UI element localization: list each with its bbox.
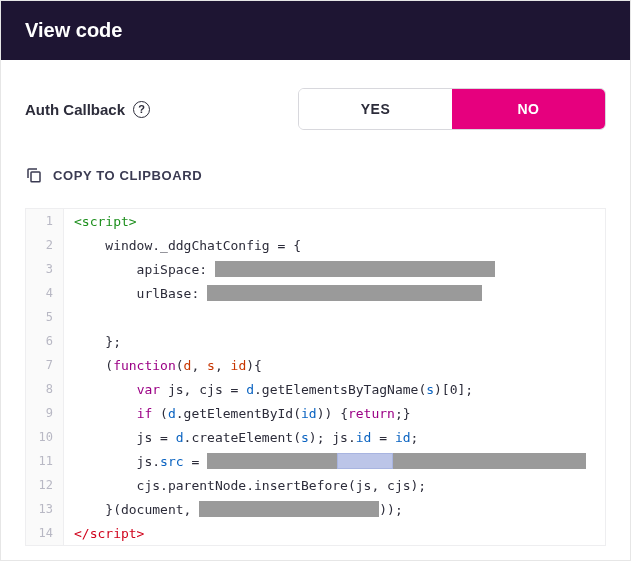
line-number: 6 (26, 329, 64, 353)
line-content: window._ddgChatConfig = { (64, 239, 605, 252)
code-line: 5 (26, 305, 605, 329)
line-content: js = d.createElement(s); js.id = id; (64, 431, 605, 444)
redacted-value (215, 261, 495, 277)
line-content: apiSpace: (64, 261, 605, 277)
code-line: 1 <script> (26, 209, 605, 233)
line-content: }; (64, 335, 605, 348)
line-content: var js, cjs = d.getElementsByTagName(s)[… (64, 383, 605, 396)
code-line: 2 window._ddgChatConfig = { (26, 233, 605, 257)
line-content: urlBase: (64, 285, 605, 301)
code-line: 4 urlBase: (26, 281, 605, 305)
line-content: cjs.parentNode.insertBefore(js, cjs); (64, 479, 605, 492)
code-line: 12 cjs.parentNode.insertBefore(js, cjs); (26, 473, 605, 497)
line-number: 12 (26, 473, 64, 497)
auth-callback-label: Auth Callback (25, 101, 125, 118)
line-number: 9 (26, 401, 64, 425)
no-button[interactable]: NO (452, 89, 605, 129)
line-number: 4 (26, 281, 64, 305)
line-content: (function(d, s, id){ (64, 359, 605, 372)
redacted-value (393, 453, 586, 469)
copy-icon (25, 166, 43, 184)
modal-title: View code (25, 19, 122, 41)
code-line: 11 js.src = (26, 449, 605, 473)
line-number: 14 (26, 521, 64, 545)
line-number: 11 (26, 449, 64, 473)
redacted-value-selected (337, 453, 393, 469)
svg-rect-0 (31, 172, 40, 182)
line-number: 3 (26, 257, 64, 281)
auth-callback-label-wrap: Auth Callback ? (25, 101, 150, 118)
line-content: <script> (64, 215, 605, 228)
code-line: 7 (function(d, s, id){ (26, 353, 605, 377)
code-line: 8 var js, cjs = d.getElementsByTagName(s… (26, 377, 605, 401)
code-line: 10 js = d.createElement(s); js.id = id; (26, 425, 605, 449)
modal-content: Auth Callback ? YES NO COPY TO CLIPBOARD… (1, 60, 630, 560)
line-number: 7 (26, 353, 64, 377)
line-content: </script> (64, 527, 605, 540)
line-number: 13 (26, 497, 64, 521)
code-line: 9 if (d.getElementById(id)) {return;} (26, 401, 605, 425)
code-line: 14 </script> (26, 521, 605, 545)
copy-label: COPY TO CLIPBOARD (53, 168, 202, 183)
code-line: 3 apiSpace: (26, 257, 605, 281)
line-number: 1 (26, 209, 64, 233)
line-content: js.src = (64, 453, 605, 469)
line-number: 8 (26, 377, 64, 401)
modal-header: View code (1, 1, 630, 60)
line-number: 2 (26, 233, 64, 257)
help-icon[interactable]: ? (133, 101, 150, 118)
auth-callback-row: Auth Callback ? YES NO (25, 88, 606, 130)
view-code-modal: View code Auth Callback ? YES NO COPY TO… (0, 0, 631, 561)
line-number: 5 (26, 305, 64, 329)
code-line: 6 }; (26, 329, 605, 353)
redacted-value (199, 501, 379, 517)
redacted-value (207, 453, 337, 469)
line-content: if (d.getElementById(id)) {return;} (64, 407, 605, 420)
line-number: 10 (26, 425, 64, 449)
yes-button[interactable]: YES (299, 89, 452, 129)
copy-to-clipboard-button[interactable]: COPY TO CLIPBOARD (25, 166, 606, 184)
code-block[interactable]: 1 <script> 2 window._ddgChatConfig = { 3… (25, 208, 606, 546)
redacted-value (207, 285, 482, 301)
line-content: }(document, )); (64, 501, 605, 517)
code-line: 13 }(document, )); (26, 497, 605, 521)
auth-callback-toggle: YES NO (298, 88, 606, 130)
